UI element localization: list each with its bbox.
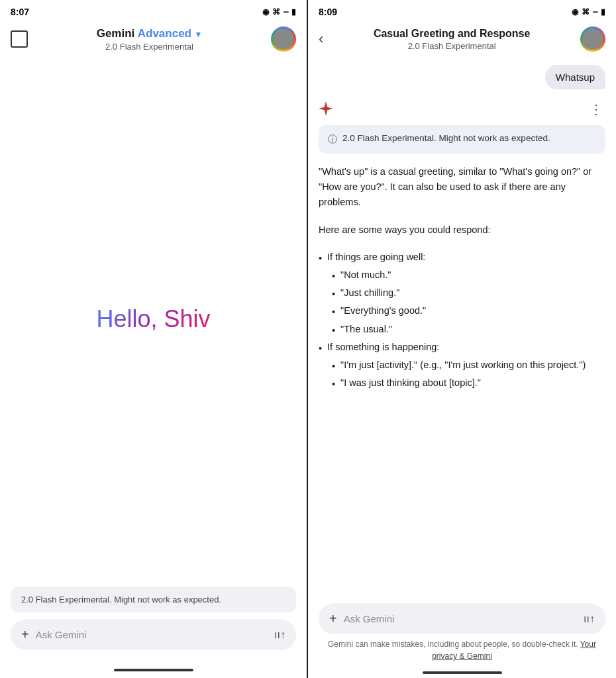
bullet-dot-1: • <box>332 269 335 284</box>
left-header-center: Gemini Advanced ▼ 2.0 Flash Experimental <box>97 27 203 52</box>
left-header: Gemini Advanced ▼ 2.0 Flash Experimental <box>0 21 307 60</box>
ai-paragraph-2: Here are some ways you could respond: <box>319 222 605 238</box>
gemini-label: Gemini <box>97 27 135 40</box>
avatar-image-left <box>273 28 294 50</box>
battery-icon: ▮ <box>291 7 296 17</box>
bullet-text-4: "The usual." <box>340 322 392 337</box>
chat-area: Whatsup ⋮ ⓘ 2.0 Flash Experimental. Migh… <box>308 60 616 597</box>
bullet-item-2: •"Just chilling." <box>319 285 605 302</box>
bullet-item-3: •"Everything's good." <box>319 303 605 320</box>
ai-paragraph-1: "What's up" is a casual greeting, simila… <box>319 164 605 211</box>
bullet-dot-4: • <box>332 323 335 338</box>
new-chat-icon[interactable] <box>11 30 28 48</box>
user-message: Whatsup <box>545 65 605 89</box>
bullet-item-1: •"Not much." <box>319 267 605 284</box>
eye-icon: ◉ <box>262 7 269 17</box>
flash-info-box: ⓘ 2.0 Flash Experimental. Might not work… <box>319 125 605 154</box>
back-button[interactable]: ‹ <box>319 30 323 48</box>
time-right: 8:09 <box>319 7 337 17</box>
plus-icon-right[interactable]: + <box>329 611 337 626</box>
flash-info-text: 2.0 Flash Experimental. Might not work a… <box>342 133 550 143</box>
home-indicator-left <box>114 669 193 671</box>
greeting-text: Hello, Shiv <box>96 305 210 333</box>
conversation-title: Casual Greeting and Response <box>374 28 531 40</box>
disclaimer-text: Gemini can make mistakes, including abou… <box>319 638 605 662</box>
ask-gemini-placeholder-left[interactable]: Ask Gemini <box>36 629 268 640</box>
home-indicator-right <box>423 671 502 674</box>
dropdown-arrow[interactable]: ▼ <box>194 30 202 39</box>
time-left: 8:07 <box>11 7 29 17</box>
flash-notice-left: 2.0 Flash Experimental. Might not work a… <box>11 587 296 612</box>
bullet-text-7: "I was just thinking about [topic]." <box>340 375 481 391</box>
plus-icon-left[interactable]: + <box>21 627 29 642</box>
bullets-container: •If things are going well:•"Not much."•"… <box>319 250 605 394</box>
right-header: ‹ Casual Greeting and Response 2.0 Flash… <box>308 21 616 60</box>
bullet-dot-7: • <box>332 377 335 392</box>
input-bar-left[interactable]: + Ask Gemini ıı↑ <box>11 619 296 650</box>
mic-icon-left[interactable]: ıı↑ <box>274 629 285 641</box>
status-bar-left: 8:07 ◉ ⌘ ⎼ ▮ <box>0 0 307 21</box>
right-panel: 8:09 ◉ ⌘ ⎼ ▮ ‹ Casual Greeting and Respo… <box>308 0 616 678</box>
more-options-button[interactable]: ⋮ <box>587 101 605 117</box>
bullet-item-0: •If things are going well: <box>319 250 605 266</box>
bullet-item-5: •If something is happening: <box>319 340 605 356</box>
ai-response-header: ⋮ <box>319 101 605 117</box>
avatar-left[interactable] <box>271 26 296 52</box>
gemini-title[interactable]: Gemini Advanced ▼ <box>97 27 203 40</box>
advanced-label: Advanced <box>138 27 191 40</box>
bullet-text-0: If things are going well: <box>327 250 425 265</box>
bullet-text-5: If something is happening: <box>327 340 439 355</box>
bullet-dot-2: • <box>332 287 335 302</box>
status-bar-right: 8:09 ◉ ⌘ ⎼ ▮ <box>308 0 616 21</box>
ask-gemini-placeholder-right[interactable]: Ask Gemini <box>344 613 577 624</box>
model-label-right: 2.0 Flash Experimental <box>408 41 496 51</box>
bullet-item-4: •"The usual." <box>319 322 605 338</box>
disclaimer-main: Gemini can make mistakes, including abou… <box>328 640 578 649</box>
left-main: Hello, Shiv <box>0 60 307 579</box>
left-footer: 2.0 Flash Experimental. Might not work a… <box>0 579 307 663</box>
avatar-right[interactable] <box>580 26 605 52</box>
right-footer: + Ask Gemini ıı↑ Gemini can make mistake… <box>308 597 616 666</box>
input-bar-right[interactable]: + Ask Gemini ıı↑ <box>319 603 605 634</box>
info-icon: ⓘ <box>328 134 337 146</box>
status-icons-left: ◉ ⌘ ⎼ ▮ <box>262 7 296 17</box>
bullet-text-1: "Not much." <box>340 267 391 283</box>
bullet-dot-3: • <box>332 305 335 320</box>
wifi-icon-right: ⌘ <box>582 7 590 17</box>
avatar-image-right <box>582 28 603 50</box>
status-icons-right: ◉ ⌘ ⎼ ▮ <box>572 7 605 17</box>
bullet-dot-6: • <box>332 359 335 374</box>
battery-icon-right: ▮ <box>601 7 605 17</box>
left-panel: 8:07 ◉ ⌘ ⎼ ▮ Gemini Advanced ▼ 2.0 Flash… <box>0 0 308 678</box>
bullet-dot-0: • <box>319 251 322 266</box>
right-header-center: Casual Greeting and Response 2.0 Flash E… <box>374 28 531 51</box>
bullet-item-6: •"I'm just [activity]." (e.g., "I'm just… <box>319 358 605 374</box>
gemini-star-icon <box>319 101 333 116</box>
mic-icon-right[interactable]: ıı↑ <box>584 613 595 625</box>
signal-icon: ⎼ <box>283 7 288 17</box>
signal-icon-right: ⎼ <box>593 7 597 17</box>
wifi-icon: ⌘ <box>272 7 280 17</box>
bullet-text-3: "Everything's good." <box>340 303 426 318</box>
bullet-text-2: "Just chilling." <box>340 285 399 301</box>
bullet-text-6: "I'm just [activity]." (e.g., "I'm just … <box>340 358 586 373</box>
bullet-item-7: •"I was just thinking about [topic]." <box>319 375 605 392</box>
eye-icon-right: ◉ <box>572 7 578 17</box>
model-label-left: 2.0 Flash Experimental <box>105 42 193 52</box>
bullet-dot-5: • <box>319 341 322 356</box>
